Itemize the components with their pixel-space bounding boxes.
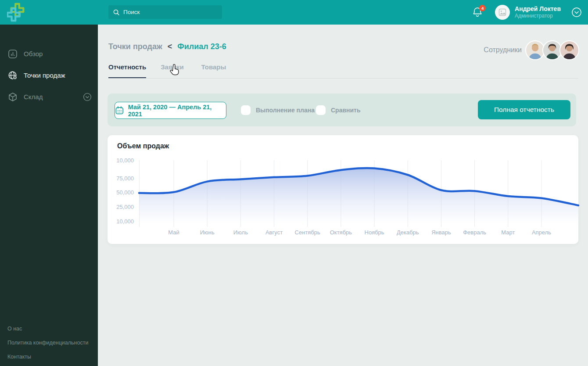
- notification-count-badge: 4: [479, 5, 486, 11]
- sidebar: Обзор Точки продаж Склад: [0, 25, 98, 366]
- date-range-picker[interactable]: Май 21, 2020 — Апрель 21, 2021: [115, 102, 226, 119]
- x-axis-tick: Февраль: [457, 229, 492, 236]
- tab-requests[interactable]: Заявки: [161, 63, 183, 79]
- employee-photo-1: [526, 41, 544, 59]
- breadcrumb: Точки продаж < Филиал 23-6: [108, 42, 226, 51]
- search-icon: [113, 9, 120, 16]
- chart-title: Объем продаж: [117, 142, 169, 150]
- tab-reports[interactable]: Отчетность: [108, 63, 146, 79]
- y-axis-tick: 10,000: [108, 157, 134, 164]
- sales-volume-card: Объем продаж 10,000 75,000 50,000 25,000…: [108, 135, 578, 244]
- notifications-button[interactable]: 4: [472, 6, 484, 18]
- employee-photo-2: [543, 41, 561, 59]
- header-chevron-down-icon[interactable]: [571, 7, 582, 18]
- breadcrumb-current: Филиал 23-6: [177, 42, 226, 51]
- x-axis-tick: Апрель: [524, 229, 559, 236]
- search-bar[interactable]: [108, 5, 222, 19]
- x-axis-tick: Июнь: [190, 229, 225, 236]
- image-placeholder-icon: [498, 8, 506, 16]
- compare-checkbox-group[interactable]: Сравнить: [316, 105, 361, 115]
- employees-label: Сотрудники: [484, 46, 522, 54]
- employee-avatar-3[interactable]: [559, 40, 579, 60]
- footer-link-about[interactable]: О нас: [7, 326, 88, 332]
- breadcrumb-parent[interactable]: Точки продаж: [108, 42, 162, 51]
- compare-checkbox[interactable]: [316, 105, 326, 115]
- sidebar-item-warehouse[interactable]: Склад: [0, 86, 98, 108]
- x-axis-tick: Август: [257, 229, 292, 236]
- x-axis-tick: Ноябрь: [357, 229, 392, 236]
- filter-panel: Май 21, 2020 — Апрель 21, 2021 Выполнени…: [108, 93, 576, 126]
- x-axis-tick: Март: [491, 229, 526, 236]
- y-axis-tick: 25,000: [108, 204, 134, 210]
- y-axis-tick: 75,000: [108, 175, 134, 182]
- x-axis-tick: Январь: [423, 229, 459, 236]
- company-logo[interactable]: [7, 2, 27, 22]
- y-axis-tick: 10,000: [108, 218, 134, 225]
- user-name: Андрей Локтев: [515, 5, 561, 13]
- search-input[interactable]: [123, 9, 218, 15]
- x-axis-tick: Сентябрь: [290, 229, 325, 236]
- globe-pin-icon: [7, 70, 18, 81]
- x-axis-tick: Июль: [223, 229, 258, 236]
- crosses-logo-icon: [7, 2, 27, 22]
- user-role: Администратор: [515, 13, 561, 19]
- full-report-button[interactable]: Полная отчетность: [478, 100, 570, 119]
- sales-volume-area-chart: [139, 160, 578, 227]
- app-window: 4 Андрей Локтев Администратор: [0, 0, 588, 366]
- sidebar-footer: О нас Политика конфиденциальности Контак…: [7, 318, 88, 360]
- y-axis-tick: 50,000: [108, 189, 134, 196]
- compare-checkbox-label: Сравнить: [331, 107, 361, 114]
- tab-products[interactable]: Товары: [201, 63, 226, 79]
- bar-chart-icon: [7, 49, 18, 59]
- footer-link-contacts[interactable]: Контакты: [7, 354, 88, 360]
- tab-divider: [108, 78, 578, 79]
- sidebar-item-label: Точки продаж: [24, 72, 65, 79]
- box-icon: [7, 92, 18, 102]
- footer-link-privacy-policy[interactable]: Политика конфиденциальности: [7, 340, 88, 346]
- x-axis-tick: Октябрь: [323, 229, 359, 236]
- x-axis-tick: Май: [156, 229, 191, 236]
- top-header: 4 Андрей Локтев Администратор: [0, 0, 588, 25]
- calendar-icon: [115, 106, 124, 115]
- employees-group: Сотрудники: [484, 40, 579, 60]
- employee-photo-3: [560, 41, 578, 59]
- sidebar-item-overview[interactable]: Обзор: [0, 43, 98, 65]
- sidebar-item-label: Обзор: [24, 50, 43, 57]
- x-axis-tick: Декабрь: [390, 229, 425, 236]
- plan-checkbox-group[interactable]: Выполнение плана: [241, 105, 315, 115]
- sidebar-item-label: Склад: [24, 93, 43, 100]
- user-avatar[interactable]: [495, 5, 510, 20]
- breadcrumb-separator: <: [168, 42, 172, 51]
- sidebar-item-points-of-sale[interactable]: Точки продаж: [0, 65, 98, 86]
- expand-chevron-down-icon[interactable]: [83, 93, 92, 101]
- tab-bar: Отчетность Заявки Товары: [108, 63, 226, 79]
- plan-checkbox[interactable]: [241, 105, 251, 115]
- user-info[interactable]: Андрей Локтев Администратор: [515, 5, 561, 19]
- date-range-value: Май 21, 2020 — Апрель 21, 2021: [128, 104, 226, 118]
- plan-checkbox-label: Выполнение плана: [256, 107, 315, 114]
- main-content: Точки продаж < Филиал 23-6 Сотрудники: [98, 25, 588, 366]
